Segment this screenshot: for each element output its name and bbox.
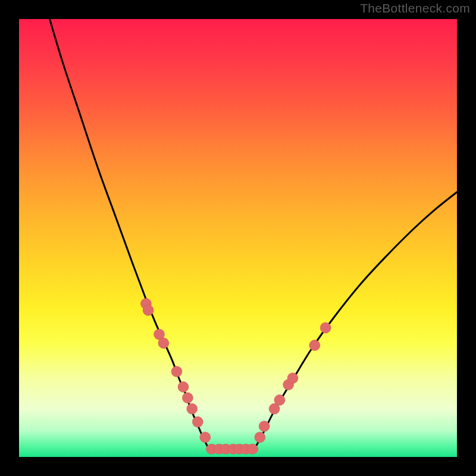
marker-left [178, 381, 189, 392]
marker-left [171, 366, 182, 377]
chart-svg [19, 19, 457, 457]
marker-right [320, 322, 331, 333]
plot-area [19, 19, 457, 457]
marker-right [309, 340, 320, 350]
marker-left [182, 393, 193, 403]
curve-layer [50, 19, 457, 450]
chart-container: TheBottleneck.com [0, 0, 476, 476]
attribution-text: TheBottleneck.com [360, 1, 470, 15]
marker-right [287, 373, 298, 384]
series-right-curve [253, 192, 457, 450]
marker-left [187, 403, 198, 414]
marker-left [192, 416, 203, 427]
marker-right [255, 432, 265, 443]
marker-left [158, 338, 169, 349]
marker-right [274, 394, 285, 405]
marker-layer [140, 298, 331, 454]
marker-left [143, 305, 154, 315]
marker-right [259, 421, 270, 431]
marker-bottom [247, 444, 258, 454]
marker-left [200, 432, 211, 443]
